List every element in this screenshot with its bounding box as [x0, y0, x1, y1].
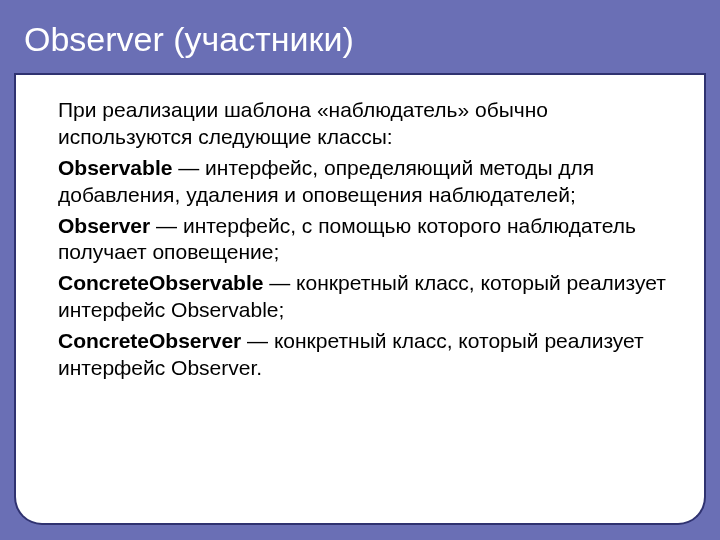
term: Observable	[58, 156, 172, 179]
intro-text: При реализации шаблона «наблюдатель» обы…	[58, 97, 674, 151]
term: ConcreteObservable	[58, 271, 263, 294]
list-item: ConcreteObservable — конкретный класс, к…	[58, 270, 674, 324]
list-item: ConcreteObserver — конкретный класс, кот…	[58, 328, 674, 382]
list-item: Observer — интерфейс, с помощью которого…	[58, 213, 674, 267]
content-panel: При реализации шаблона «наблюдатель» обы…	[14, 75, 706, 525]
term: ConcreteObserver	[58, 329, 241, 352]
slide-title: Observer (участники)	[0, 0, 720, 73]
term: Observer	[58, 214, 150, 237]
list-item: Observable — интерфейс, определяющий мет…	[58, 155, 674, 209]
